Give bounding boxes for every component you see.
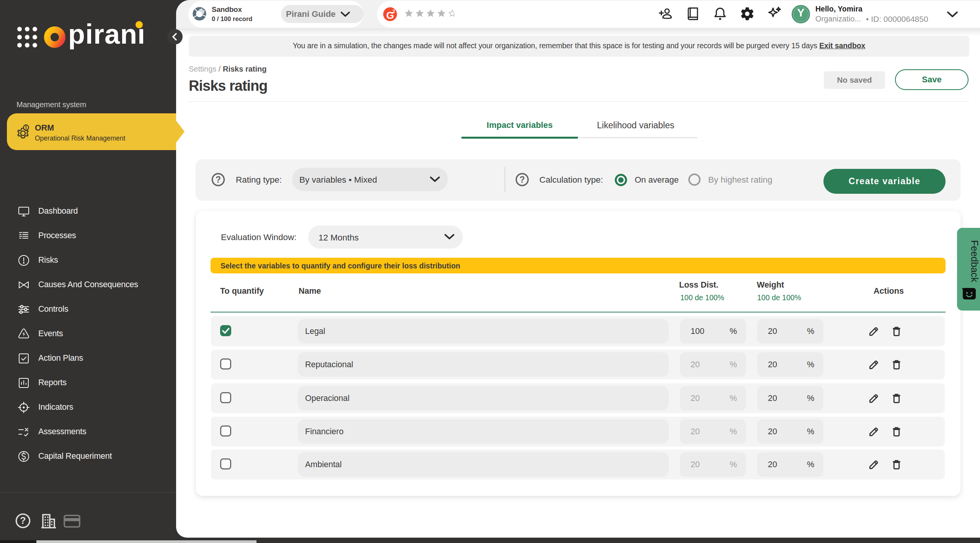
svg-text:?: ? <box>216 175 221 185</box>
svg-text:?: ? <box>519 175 525 185</box>
svg-text:?: ? <box>20 515 26 526</box>
